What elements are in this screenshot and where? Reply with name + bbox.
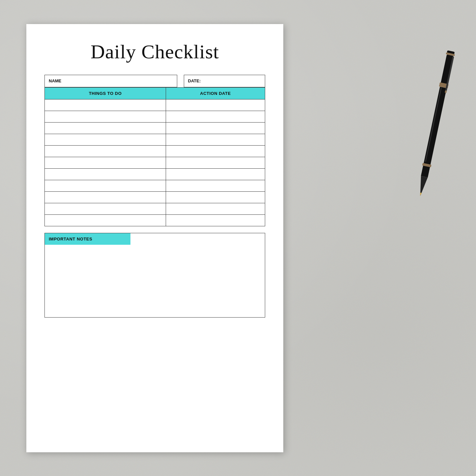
name-box[interactable]: NAME xyxy=(44,75,177,87)
notes-section: IMPORTANT NOTES xyxy=(44,233,265,318)
table-row xyxy=(45,134,265,145)
task-cell-2[interactable] xyxy=(45,111,166,122)
date-cell-4[interactable] xyxy=(166,134,265,145)
paper-document: Daily Checklist NAME DATE: THINGS TO DO … xyxy=(26,24,283,452)
date-cell-5[interactable] xyxy=(166,145,265,157)
things-to-do-header: THINGS TO DO xyxy=(45,87,166,99)
svg-rect-2 xyxy=(441,54,454,85)
date-cell-11[interactable] xyxy=(166,214,265,226)
task-cell-6[interactable] xyxy=(45,157,166,168)
table-row xyxy=(45,122,265,134)
notes-body[interactable] xyxy=(45,245,265,317)
date-cell-6[interactable] xyxy=(166,157,265,168)
page-title: Daily Checklist xyxy=(44,41,265,63)
task-cell-4[interactable] xyxy=(45,134,166,145)
pen-decoration xyxy=(411,49,460,198)
table-row xyxy=(45,111,265,122)
table-row xyxy=(45,214,265,226)
task-cell-11[interactable] xyxy=(45,214,166,226)
action-date-header: ACTION DATE xyxy=(166,87,265,99)
task-cell-3[interactable] xyxy=(45,122,166,134)
table-row xyxy=(45,191,265,203)
date-cell-10[interactable] xyxy=(166,203,265,214)
task-cell-5[interactable] xyxy=(45,145,166,157)
name-label: NAME xyxy=(49,78,61,83)
task-cell-7[interactable] xyxy=(45,168,166,180)
table-row xyxy=(45,99,265,111)
task-cell-1[interactable] xyxy=(45,99,166,111)
notes-header: IMPORTANT NOTES xyxy=(45,233,130,245)
date-cell-3[interactable] xyxy=(166,122,265,134)
date-cell-7[interactable] xyxy=(166,168,265,180)
table-row xyxy=(45,157,265,168)
date-cell-9[interactable] xyxy=(166,191,265,203)
date-label: DATE: xyxy=(188,78,201,83)
task-cell-8[interactable] xyxy=(45,180,166,191)
checklist-table: THINGS TO DO ACTION DATE xyxy=(44,87,265,226)
name-date-row: NAME DATE: xyxy=(44,75,265,87)
date-cell-1[interactable] xyxy=(166,99,265,111)
table-row xyxy=(45,168,265,180)
date-cell-8[interactable] xyxy=(166,180,265,191)
date-box[interactable]: DATE: xyxy=(184,75,265,87)
table-row xyxy=(45,145,265,157)
table-header-row: THINGS TO DO ACTION DATE xyxy=(45,87,265,99)
table-row xyxy=(45,203,265,214)
date-cell-2[interactable] xyxy=(166,111,265,122)
table-row xyxy=(45,180,265,191)
task-cell-9[interactable] xyxy=(45,191,166,203)
task-cell-10[interactable] xyxy=(45,203,166,214)
svg-rect-7 xyxy=(421,166,430,178)
